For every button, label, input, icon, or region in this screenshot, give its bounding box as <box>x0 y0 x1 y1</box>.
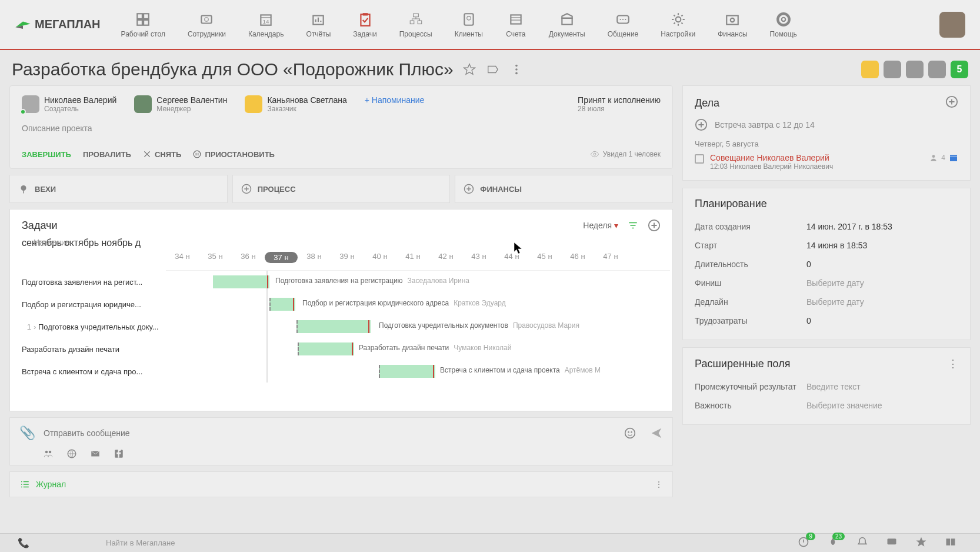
pause-button[interactable]: ПРИОСТАНОВИТЬ <box>193 150 275 159</box>
complete-button[interactable]: ЗАВЕРШИТЬ <box>22 150 71 159</box>
nav-Отчёты[interactable]: Отчёты <box>300 8 336 42</box>
tab-finance[interactable]: ФИНАНСЫ <box>455 175 673 203</box>
week-header[interactable]: 36 н <box>232 252 265 263</box>
planning-row[interactable]: Длительность0 <box>695 255 958 274</box>
logo[interactable]: МЕГАПЛАН <box>15 18 101 31</box>
global-search[interactable]: Найти в Мегаплане <box>106 538 175 547</box>
view-dropdown[interactable]: Неделя ▾ <box>583 221 618 230</box>
mail-icon[interactable] <box>90 448 101 459</box>
week-header[interactable]: 39 н <box>331 252 364 263</box>
gantt-bar[interactable] <box>213 275 269 288</box>
week-header[interactable]: 35 н <box>199 252 232 263</box>
nav-Счета[interactable]: Счета <box>499 8 532 42</box>
tab-process[interactable]: ПРОЦЕСС <box>232 175 451 203</box>
nav-Задачи[interactable]: Задачи <box>347 8 382 42</box>
nav-Рабочий стол[interactable]: Рабочий стол <box>115 8 171 42</box>
avatar[interactable] <box>884 61 901 78</box>
fire-icon[interactable]: 23 <box>827 536 839 550</box>
add-reminder[interactable]: + Напоминание <box>365 95 425 105</box>
gantt-row[interactable]: 1› Подготовка учредительных доку...Подго… <box>22 315 670 338</box>
nav-Помощь[interactable]: Помощь <box>764 8 803 42</box>
svg-rect-12 <box>418 21 422 24</box>
globe-icon[interactable] <box>66 448 77 459</box>
more-icon[interactable] <box>510 63 523 76</box>
gantt-bar[interactable] <box>296 320 371 333</box>
week-header[interactable]: 42 н <box>429 252 462 263</box>
nav-Общение[interactable]: Общение <box>602 8 645 42</box>
nav-Финансы[interactable]: Финансы <box>712 8 753 42</box>
fail-button[interactable]: ПРОВАЛИТЬ <box>83 150 131 159</box>
nav-Настройки[interactable]: Настройки <box>655 8 701 42</box>
avatar[interactable] <box>906 61 924 78</box>
person-creator[interactable]: Николаев ВалерийСоздатель <box>22 95 116 113</box>
ext-row[interactable]: Промежуточный результатВведите текст <box>695 377 958 396</box>
avatar <box>134 95 152 113</box>
tag-icon[interactable] <box>486 63 499 76</box>
people-icon[interactable] <box>43 448 54 459</box>
emoji-icon[interactable] <box>624 427 636 439</box>
gantt-row[interactable]: Встреча с клиентом и сдача про...Встреча… <box>22 360 670 383</box>
user-avatar[interactable] <box>939 12 965 38</box>
attach-icon[interactable]: 📎 <box>19 425 35 441</box>
gantt-bar[interactable] <box>298 342 354 355</box>
more-count-badge[interactable]: 5 <box>951 61 968 78</box>
week-header[interactable]: 37 н <box>265 252 298 263</box>
week-header[interactable]: 34 н <box>166 252 199 263</box>
planning-panel: Планирование Дата создания14 июн. 2017 г… <box>682 188 971 340</box>
alert-icon[interactable]: 9 <box>798 536 809 550</box>
add-dela-placeholder[interactable]: Встреча завтра с 12 до 14 <box>715 120 815 129</box>
plus-circle-icon[interactable] <box>695 118 708 131</box>
gantt-bar[interactable] <box>269 298 295 311</box>
journal-more-icon[interactable]: ⋮ <box>655 480 663 489</box>
week-header[interactable]: 45 н <box>528 252 561 263</box>
week-header[interactable]: 44 н <box>495 252 528 263</box>
nav-Клиенты[interactable]: Клиенты <box>449 8 489 42</box>
planning-row[interactable]: Старт14 июня в 18:53 <box>695 236 958 255</box>
bell-icon[interactable] <box>856 536 868 550</box>
person-manager[interactable]: Сергеев ВалентинМенеджер <box>134 95 227 113</box>
planning-row[interactable]: Дата создания14 июн. 2017 г. в 18:53 <box>695 217 958 236</box>
journal-section[interactable]: Журнал ⋮ <box>9 471 673 497</box>
week-header[interactable]: 38 н <box>298 252 331 263</box>
gantt-bar[interactable] <box>379 365 435 378</box>
week-header[interactable]: 40 н <box>364 252 396 263</box>
week-header[interactable]: 47 н <box>594 252 627 263</box>
gantt-row[interactable]: Разработать дизайн печатиРазработать диз… <box>22 338 670 360</box>
week-header[interactable]: 46 н <box>561 252 594 263</box>
week-header[interactable]: 41 н <box>396 252 429 263</box>
facebook-icon[interactable] <box>114 448 124 459</box>
gantt-row[interactable]: Подбор и регистрация юридиче...Подбор и … <box>22 293 670 315</box>
add-dela-icon[interactable] <box>945 95 958 111</box>
message-input[interactable] <box>44 424 616 443</box>
gantt-panel: Задачи Неделя ▾ Название сентябрь октябр… <box>9 209 673 411</box>
tab-milestones[interactable]: ВЕХИ <box>9 175 228 203</box>
remove-button[interactable]: СНЯТЬ <box>143 150 181 159</box>
planning-row[interactable]: ДедлайнВыберите дату <box>695 292 958 311</box>
avatar[interactable] <box>928 61 946 78</box>
person-customer[interactable]: Каньянова СветланаЗаказчик <box>245 95 346 113</box>
project-description[interactable]: Описание проекта <box>22 124 661 133</box>
book-icon[interactable] <box>945 536 956 550</box>
seen-by[interactable]: Увидел 1 человек <box>590 149 661 159</box>
calendar-icon[interactable] <box>949 153 958 162</box>
send-icon[interactable] <box>650 427 663 440</box>
star-icon[interactable] <box>463 63 476 76</box>
gantt-row[interactable]: Подготовка заявления на регист...Подгото… <box>22 271 670 293</box>
ext-more-icon[interactable]: ⋮ <box>948 357 958 370</box>
avatar[interactable] <box>861 61 879 78</box>
filter-icon[interactable] <box>628 220 638 231</box>
nav-Календарь[interactable]: 14Календарь <box>242 8 290 42</box>
dela-item[interactable]: Совещание Николаев Валерий 12:03 Николае… <box>695 153 958 171</box>
week-header[interactable]: 43 н <box>462 252 495 263</box>
star-icon[interactable] <box>915 536 927 550</box>
planning-row[interactable]: Трудозатраты0 <box>695 311 958 330</box>
ext-row[interactable]: ВажностьВыберите значение <box>695 396 958 415</box>
phone-icon[interactable]: 📞 <box>0 537 47 548</box>
planning-row[interactable]: ФинишВыберите дату <box>695 274 958 292</box>
add-task-icon[interactable] <box>648 219 661 232</box>
nav-Документы[interactable]: Документы <box>543 8 591 42</box>
nav-Сотрудники[interactable]: Сотрудники <box>182 8 232 42</box>
nav-Процессы[interactable]: Процессы <box>394 8 438 42</box>
chat-icon[interactable] <box>886 536 898 550</box>
checkbox[interactable] <box>695 154 704 164</box>
